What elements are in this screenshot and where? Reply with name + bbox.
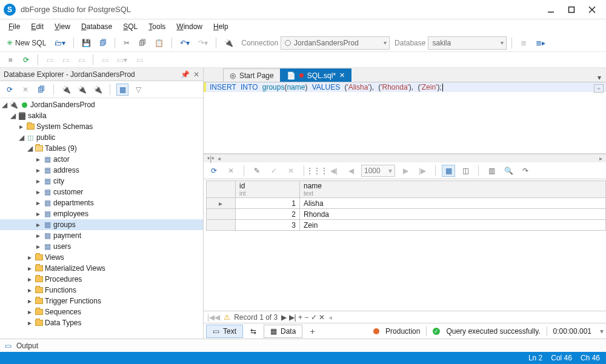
refresh-button[interactable]: ⟳ [19, 53, 33, 67]
connection-plug-icon[interactable]: 🔌 [221, 36, 236, 50]
menu-window[interactable]: Window [171, 21, 207, 32]
copy-icon[interactable]: 🗐 [35, 84, 47, 96]
indent-right-button[interactable]: ≣▸ [533, 36, 548, 50]
explorer-close-button[interactable]: ✕ [193, 70, 199, 79]
tb-btn-4[interactable]: ▭ [98, 53, 112, 67]
tb-btn-5[interactable]: ▭▾ [114, 53, 130, 67]
connection-selector[interactable]: JordanSandersProd [281, 36, 390, 50]
tree-folder-matviews[interactable]: ▸Materialized Views [0, 263, 203, 274]
tree-table-actor[interactable]: ▸actor [0, 154, 203, 165]
stop-button[interactable]: ■ [4, 53, 17, 67]
col-header-name[interactable]: nametext [300, 181, 606, 198]
tree-public-schema[interactable]: ◢public [0, 132, 203, 143]
prev-page-button[interactable]: ◀ [344, 165, 358, 177]
tree-tables-folder[interactable]: ◢Tables (9) [0, 143, 203, 154]
indent-left-button[interactable]: ≣ [517, 36, 530, 50]
explorer-tree[interactable]: ◢🔌JordanSandersProd ◢sakila ▸System Sche… [0, 98, 203, 339]
sql-line[interactable]: INSERT INTO groups(name) VALUES ('Alisha… [204, 82, 606, 92]
close-button[interactable] [582, 2, 602, 17]
maximize-button[interactable] [561, 2, 582, 17]
tb-btn-1[interactable]: ▭ [43, 53, 56, 67]
tree-table-departments[interactable]: ▸departments [0, 197, 203, 208]
cut-button[interactable]: ✂ [120, 36, 133, 50]
first-page-button[interactable]: ◀| [327, 165, 341, 177]
editor-scrollbar[interactable]: •|• ◂▸ [204, 154, 606, 162]
tree-table-users[interactable]: ▸users [0, 241, 203, 252]
copy-button[interactable]: 🗐 [136, 36, 149, 50]
swap-icon[interactable]: ⇆ [244, 325, 262, 338]
tree-table-address[interactable]: ▸address [0, 165, 203, 176]
nav-first-icon[interactable]: |◀◀ [207, 313, 220, 322]
show-all-icon[interactable]: ▦ [116, 84, 128, 96]
menu-tools[interactable]: Tools [144, 21, 170, 32]
cancel-changes-button[interactable]: ✕ [224, 165, 238, 177]
table-row[interactable]: 2Rhonda [207, 209, 606, 220]
edit-button[interactable]: ✎ [250, 165, 264, 177]
tree-table-employees[interactable]: ▸employees [0, 208, 203, 219]
tree-table-customer[interactable]: ▸customer [0, 187, 203, 197]
time-dropdown-icon[interactable]: ▾ [600, 327, 604, 336]
tree-folder-views[interactable]: ▸Views [0, 252, 203, 263]
tabs-menu-dropdown[interactable]: ▾ [593, 73, 606, 82]
tree-folder-datatypes[interactable]: ▸Data Types [0, 317, 203, 328]
reload-button[interactable]: ⟳ [207, 165, 221, 177]
export-button[interactable]: ↷ [519, 165, 532, 177]
remove-connection-icon[interactable]: 🔌 [92, 84, 104, 96]
grid-view-button[interactable]: ▦ [442, 165, 455, 177]
page-size-input[interactable]: 1000▾ [361, 165, 395, 177]
tree-folder-functions[interactable]: ▸Functions [0, 285, 203, 296]
commit-button[interactable]: ✓ [267, 165, 281, 177]
tree-folder-triggerfn[interactable]: ▸Trigger Functions [0, 296, 203, 306]
tree-table-city[interactable]: ▸city [0, 176, 203, 187]
next-page-button[interactable]: ▶ [399, 165, 412, 177]
tb-btn-3[interactable]: ▭ [75, 53, 88, 67]
tree-db-row[interactable]: ◢sakila [0, 110, 203, 121]
new-connection-icon[interactable]: 🔌 [60, 84, 72, 96]
pin-icon[interactable]: 📌 [181, 70, 190, 79]
tab-start-page[interactable]: ◎Start Page [223, 68, 281, 82]
menu-help[interactable]: Help [208, 21, 233, 32]
redo-button[interactable]: ↷▾ [195, 36, 211, 50]
nav-next-icon[interactable]: ▶ ▶| + − ✓ ✕ [281, 313, 325, 322]
minimize-button[interactable] [541, 2, 561, 17]
menu-file[interactable]: File [4, 21, 25, 32]
tree-table-groups[interactable]: ▸groups [0, 219, 203, 230]
menu-database[interactable]: Database [76, 21, 117, 32]
database-selector[interactable]: sakila [428, 36, 507, 50]
paste-button[interactable]: 📋 [152, 36, 167, 50]
col-header-id[interactable]: idint [235, 181, 299, 198]
tree-folder-procedures[interactable]: ▸Procedures [0, 274, 203, 285]
undo-button[interactable]: ↶▾ [177, 36, 193, 50]
tab-text[interactable]: ▭Text [206, 325, 243, 338]
tab-data[interactable]: ▦Data [264, 325, 302, 338]
card-view-button[interactable]: ◫ [459, 165, 472, 177]
save-button[interactable]: 💾 [79, 36, 94, 50]
disconnect-icon[interactable]: 🔌 [76, 84, 88, 96]
find-button[interactable]: 🔍 [502, 165, 515, 177]
rollback-button[interactable]: ✕ [284, 165, 298, 177]
refresh-icon[interactable]: ⟳ [4, 84, 16, 96]
page-grid-icon[interactable]: ⋮⋮⋮ [310, 165, 324, 177]
tree-sys-schemas[interactable]: ▸System Schemas [0, 121, 203, 132]
last-page-button[interactable]: |▶ [416, 165, 429, 177]
tree-connection-row[interactable]: ◢🔌JordanSandersProd [0, 99, 203, 110]
menu-view[interactable]: View [50, 21, 75, 32]
tb-btn-6[interactable]: ▭ [133, 53, 146, 67]
results-grid[interactable]: idint nametext ▸1Alisha 2Rhonda 3Zein [206, 180, 606, 231]
sql-editor[interactable]: INSERT INTO groups(name) VALUES ('Alisha… [204, 82, 606, 154]
tree-table-payment[interactable]: ▸payment [0, 230, 203, 241]
save-all-button[interactable]: 🗐 [96, 36, 110, 50]
open-button[interactable]: 🗁▾ [52, 36, 68, 50]
delete-icon[interactable]: ✕ [19, 84, 32, 96]
tab-sql-file[interactable]: 📄SQL.sql*✕ [280, 68, 351, 82]
new-sql-button[interactable]: ✳ New SQL [4, 36, 49, 50]
pivot-button[interactable]: ▥ [485, 165, 498, 177]
table-row[interactable]: ▸1Alisha [207, 198, 606, 209]
collapse-icon[interactable]: ÷ [594, 84, 604, 93]
tab-close-icon[interactable]: ✕ [339, 71, 345, 79]
tb-btn-2[interactable]: ▭ [59, 53, 72, 67]
menu-edit[interactable]: Edit [26, 21, 48, 32]
tree-folder-sequences[interactable]: ▸Sequences [0, 306, 203, 317]
output-panel-tab[interactable]: Output [0, 339, 606, 352]
add-tab-button[interactable]: + [304, 325, 321, 338]
